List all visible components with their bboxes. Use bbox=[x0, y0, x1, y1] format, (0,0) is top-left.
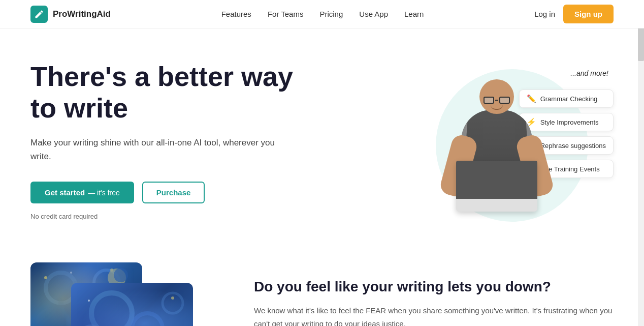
navigation: ProWritingAid Features For Teams Pricing… bbox=[0, 0, 644, 28]
svg-point-15 bbox=[163, 293, 183, 313]
scrollbar-track[interactable] bbox=[638, 0, 644, 326]
svg-point-18 bbox=[171, 297, 174, 300]
laptop-screen bbox=[456, 161, 537, 199]
nav-for-teams[interactable]: For Teams bbox=[268, 10, 304, 18]
grammar-icon: ✏️ bbox=[527, 94, 536, 103]
signup-button[interactable]: Sign up bbox=[563, 5, 614, 23]
hero-buttons: Get started— it's free Purchase bbox=[30, 182, 295, 203]
laptop bbox=[456, 161, 537, 212]
hero-title: There's a better way to write bbox=[30, 61, 295, 124]
svg-point-12 bbox=[91, 293, 132, 326]
hero-illustration: ...and more! ✏️ Grammar Checking ⚡ Style… bbox=[421, 59, 614, 222]
nav-features[interactable]: Features bbox=[221, 10, 251, 18]
hero-subtitle: Make your writing shine with our all-in-… bbox=[30, 136, 295, 163]
art-overlay-svg bbox=[71, 283, 193, 326]
nav-learn[interactable]: Learn bbox=[404, 10, 424, 18]
pill-style: ⚡ Style Improvements bbox=[519, 113, 614, 131]
logo-icon bbox=[30, 6, 48, 23]
section2-illustration: My idea in my head bbox=[30, 262, 223, 326]
section2-right: Do you feel like your writing lets you d… bbox=[254, 262, 614, 326]
logo-link[interactable]: ProWritingAid bbox=[30, 6, 111, 23]
art-card-overlay bbox=[71, 283, 193, 326]
pill-grammar: ✏️ Grammar Checking bbox=[519, 90, 614, 108]
smile bbox=[491, 105, 503, 110]
glasses-bridge bbox=[495, 100, 498, 101]
nav-right: Log in Sign up bbox=[534, 5, 614, 23]
logo-svg bbox=[34, 9, 44, 19]
section2: My idea in my head Do you feel like your… bbox=[0, 242, 644, 326]
section2-text: We know what it's like to feel the FEAR … bbox=[254, 304, 614, 326]
svg-point-3 bbox=[33, 306, 69, 326]
hero-left: There's a better way to write Make your … bbox=[30, 61, 295, 221]
svg-point-17 bbox=[88, 300, 90, 302]
section2-title: Do you feel like your writing lets you d… bbox=[254, 278, 614, 296]
svg-point-7 bbox=[110, 269, 113, 272]
get-started-button[interactable]: Get started— it's free bbox=[30, 182, 134, 203]
and-more-text: ...and more! bbox=[570, 69, 608, 77]
hero-section: There's a better way to write Make your … bbox=[0, 28, 644, 242]
nav-use-app[interactable]: Use App bbox=[359, 10, 388, 18]
logo-text: ProWritingAid bbox=[53, 9, 111, 19]
person-head bbox=[479, 79, 514, 114]
svg-point-11 bbox=[114, 268, 128, 282]
glasses-left bbox=[484, 97, 494, 104]
glasses-right bbox=[499, 97, 510, 104]
no-credit-card-text: No credit card required bbox=[30, 213, 295, 220]
svg-point-6 bbox=[70, 272, 72, 274]
svg-point-5 bbox=[44, 276, 47, 279]
svg-point-13 bbox=[132, 313, 163, 326]
glasses bbox=[484, 97, 510, 104]
nav-links: Features For Teams Pricing Use App Learn bbox=[221, 10, 424, 18]
purchase-button[interactable]: Purchase bbox=[142, 182, 205, 203]
nav-pricing[interactable]: Pricing bbox=[319, 10, 343, 18]
login-link[interactable]: Log in bbox=[534, 10, 555, 18]
